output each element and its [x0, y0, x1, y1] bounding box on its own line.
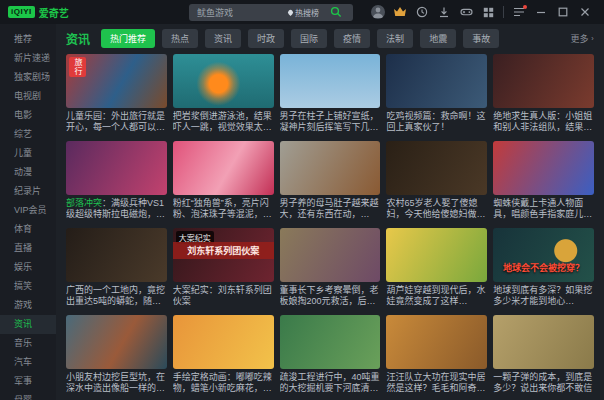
- search-icon[interactable]: [328, 4, 344, 20]
- close-icon[interactable]: [577, 4, 593, 20]
- video-thumbnail[interactable]: [173, 315, 274, 369]
- sidebar-item-military[interactable]: 军事: [0, 372, 56, 391]
- tab-international[interactable]: 国际: [291, 29, 327, 48]
- vip-crown-icon[interactable]: [392, 4, 408, 20]
- sidebar-item-kids[interactable]: 儿童: [0, 144, 56, 163]
- video-thumbnail[interactable]: [66, 141, 167, 195]
- sidebar-item-games[interactable]: 游戏: [0, 296, 56, 315]
- sidebar-item-cars[interactable]: 汽车: [0, 353, 56, 372]
- video-card[interactable]: 男子在柱子上铺好宣纸，凝神片刻后挥笔写下几大…: [280, 54, 381, 133]
- video-thumbnail[interactable]: [386, 141, 487, 195]
- sidebar-item-funny[interactable]: 搞笑: [0, 277, 56, 296]
- history-clock-icon[interactable]: [414, 4, 430, 20]
- video-thumbnail[interactable]: [493, 141, 594, 195]
- video-title: 把岩浆倒进游泳池，结果吓人一跳，视觉效果太…: [173, 111, 274, 133]
- video-thumbnail[interactable]: [280, 54, 381, 108]
- video-title: 男子在柱子上铺好宣纸，凝神片刻后挥笔写下几大…: [280, 111, 381, 133]
- video-thumbnail[interactable]: [386, 54, 487, 108]
- sidebar-item-live[interactable]: 直播: [0, 239, 56, 258]
- section-title: 资讯: [66, 30, 90, 47]
- video-card[interactable]: 旅行 儿童乐园：外出旅行就是开心，每一个人都可以…: [66, 54, 167, 133]
- tab-earthquake[interactable]: 地震: [420, 29, 456, 48]
- titlebar: iQIYI 爱奇艺 热搜榜: [0, 0, 604, 24]
- video-card[interactable]: 大案纪实 刘东轩系列团伙案 大案纪实：刘东轩系列团伙案: [173, 228, 274, 307]
- sidebar-item-exclusive-theater[interactable]: 独家剧场: [0, 68, 56, 87]
- hot-search-link[interactable]: 热搜榜: [288, 7, 319, 18]
- video-thumbnail[interactable]: [66, 228, 167, 282]
- more-link[interactable]: 更多 ›: [570, 32, 594, 45]
- search-input[interactable]: [195, 6, 288, 18]
- sidebar-item-news[interactable]: 资讯: [0, 315, 56, 334]
- thumbnail-overlay-text: 地球会不会被挖穿？: [493, 261, 594, 274]
- video-thumbnail[interactable]: 大案纪实 刘东轩系列团伙案: [173, 228, 274, 282]
- download-icon[interactable]: [436, 4, 452, 20]
- sidebar-item-movies[interactable]: 电影: [0, 106, 56, 125]
- sidebar-item-tv-series[interactable]: 电视剧: [0, 87, 56, 106]
- video-thumbnail[interactable]: [386, 315, 487, 369]
- sidebar-item-vip[interactable]: VIP会员: [0, 201, 56, 220]
- video-thumbnail[interactable]: [280, 315, 381, 369]
- tab-politics[interactable]: 时政: [248, 29, 284, 48]
- tab-hotspot[interactable]: 热点: [162, 29, 198, 48]
- tab-hot-recommend[interactable]: 热门推荐: [101, 29, 155, 48]
- video-thumbnail[interactable]: [66, 315, 167, 369]
- tab-pandemic[interactable]: 疫情: [334, 29, 370, 48]
- video-title: 广西的一个工地内，竟挖出重达5吨的蟒蛇，随…: [66, 285, 167, 307]
- video-card[interactable]: 蜘蛛侠戴上卡通人物面具，唱颜色手指家庭儿…: [493, 141, 594, 220]
- main-content: 资讯 热门推荐 热点 资讯 时政 国际 疫情 法制 地震 事故 更多 › 旅行 …: [56, 24, 604, 400]
- search-bar[interactable]: 热搜榜: [189, 4, 353, 21]
- video-title: 大案纪实：刘东轩系列团伙案: [173, 285, 274, 307]
- video-card[interactable]: 汪汪队立大功在现实中居然是这样？毛毛和阿奇…: [386, 315, 487, 394]
- menu-icon[interactable]: [511, 4, 527, 20]
- tab-news[interactable]: 资讯: [205, 29, 241, 48]
- video-title: 汪汪队立大功在现实中居然是这样？毛毛和阿奇…: [386, 372, 487, 394]
- video-card[interactable]: 董事长下乡考察晕倒，老板娘掏200元救活，后…: [280, 228, 381, 307]
- flame-icon: [287, 8, 294, 15]
- minimize-icon[interactable]: [533, 4, 549, 20]
- tab-law[interactable]: 法制: [377, 29, 413, 48]
- video-thumbnail[interactable]: 旅行: [66, 54, 167, 108]
- sidebar-item-anime[interactable]: 动漫: [0, 163, 56, 182]
- video-thumbnail[interactable]: [280, 228, 381, 282]
- video-title: 部落冲突：满级兵种VS1级超级特斯拉电磁炮，…: [66, 198, 167, 220]
- sidebar-item-baby[interactable]: 母婴: [0, 391, 56, 400]
- sidebar-item-new-releases[interactable]: 新片速递: [0, 49, 56, 68]
- video-thumbnail[interactable]: 地球会不会被挖穿？: [493, 228, 594, 282]
- video-thumbnail[interactable]: [173, 54, 274, 108]
- sidebar-item-documentary[interactable]: 纪录片: [0, 182, 56, 201]
- sidebar-item-variety[interactable]: 综艺: [0, 125, 56, 144]
- sidebar-item-music[interactable]: 音乐: [0, 334, 56, 353]
- video-card[interactable]: 葫芦娃穿越到现代后，水娃竟然变成了这样…: [386, 228, 487, 307]
- sidebar-item-entertainment[interactable]: 娱乐: [0, 258, 56, 277]
- video-card[interactable]: 把岩浆倒进游泳池，结果吓人一跳，视觉效果太…: [173, 54, 274, 133]
- video-card[interactable]: 吃鸡视频篇：救命啊！这回上真家伙了！: [386, 54, 487, 133]
- video-card[interactable]: 地球会不会被挖穿？ 地球到底有多深？如果挖多少米才能到地心…: [493, 228, 594, 307]
- apps-grid-icon[interactable]: [480, 4, 496, 20]
- video-card[interactable]: 手绘定格动画：嘟嘟吃辣物，蜡笔小新吃麻花，…: [173, 315, 274, 394]
- video-card[interactable]: 一颗子弹的成本，到底是多少？说出来你都不敢信: [493, 315, 594, 394]
- video-card[interactable]: 男子养的母马肚子越来越大，还有东西在动，…: [280, 141, 381, 220]
- video-card[interactable]: 部落冲突：满级兵种VS1级超级特斯拉电磁炮，…: [66, 141, 167, 220]
- video-thumbnail[interactable]: [493, 54, 594, 108]
- video-card[interactable]: 疏浚工程进行中，40吨重的大挖掘机要下河底清…: [280, 315, 381, 394]
- video-card[interactable]: 粉红“独角兽”系，亮片闪粉、泡沫珠子等混泥，…: [173, 141, 274, 220]
- sidebar-item-sports[interactable]: 体育: [0, 220, 56, 239]
- video-thumbnail[interactable]: [386, 228, 487, 282]
- video-thumbnail[interactable]: [280, 141, 381, 195]
- sidebar: 推荐 新片速递 独家剧场 电视剧 电影 综艺 儿童 动漫 纪录片 VIP会员 体…: [0, 24, 56, 400]
- video-grid: 旅行 儿童乐园：外出旅行就是开心，每一个人都可以… 把岩浆倒进游泳池，结果吓人一…: [56, 52, 604, 400]
- tab-accidents[interactable]: 事故: [463, 29, 499, 48]
- video-card[interactable]: 小朋友村边挖巨型坑，在深水中造出像船一样的…: [66, 315, 167, 394]
- video-thumbnail[interactable]: [493, 315, 594, 369]
- video-thumbnail[interactable]: [173, 141, 274, 195]
- maximize-icon[interactable]: [555, 4, 571, 20]
- video-card[interactable]: 绝地求生真人版：小姐姐和别人非法组队，结果…: [493, 54, 594, 133]
- avatar[interactable]: [371, 5, 385, 19]
- sidebar-item-recommend[interactable]: 推荐: [0, 30, 56, 49]
- category-tabbar: 资讯 热门推荐 热点 资讯 时政 国际 疫情 法制 地震 事故 更多 ›: [56, 24, 604, 52]
- gamepad-icon[interactable]: [458, 4, 474, 20]
- video-card[interactable]: 广西的一个工地内，竟挖出重达5吨的蟒蛇，随…: [66, 228, 167, 307]
- video-title: 农村65岁老人娶了傻媳妇，今天他给傻媳妇做…: [386, 198, 487, 220]
- video-title: 粉红“独角兽”系，亮片闪粉、泡沫珠子等混泥，…: [173, 198, 274, 220]
- video-card[interactable]: 农村65岁老人娶了傻媳妇，今天他给傻媳妇做…: [386, 141, 487, 220]
